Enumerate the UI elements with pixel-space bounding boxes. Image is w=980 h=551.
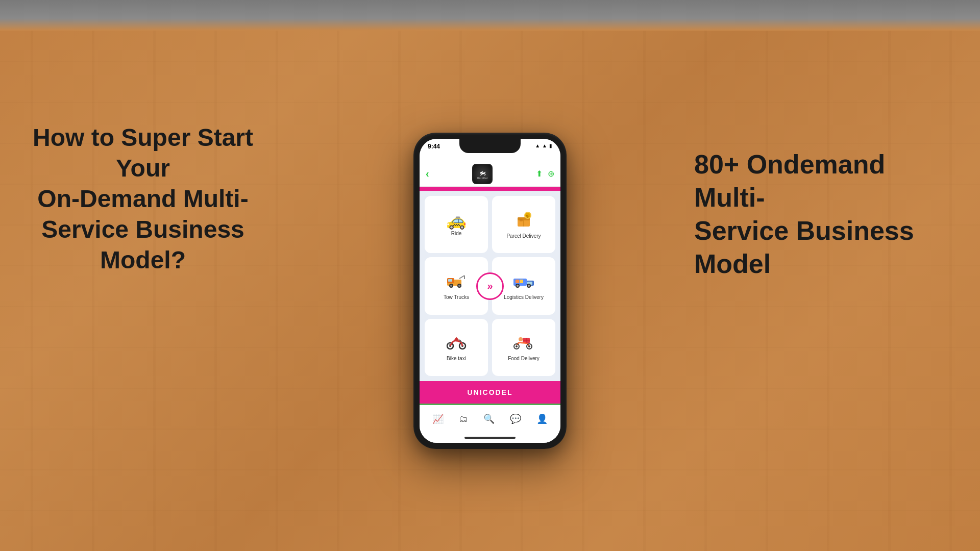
- phone-screen: 9:44 ▲ ▲ ▮ ‹ 🏍 UnioDel ⬆: [420, 139, 560, 443]
- pink-banner: [420, 187, 560, 191]
- back-button[interactable]: ‹: [426, 168, 429, 180]
- svg-text:$: $: [526, 214, 529, 218]
- battery-icon: ▮: [549, 143, 552, 148]
- phone-wrapper: 9:44 ▲ ▲ ▮ ‹ 🏍 UnioDel ⬆: [413, 133, 567, 449]
- svg-rect-20: [520, 280, 523, 283]
- service-item-bike[interactable]: Bike taxi: [425, 319, 488, 376]
- bike-label: Bike taxi: [447, 356, 466, 362]
- nav-item-messages[interactable]: 💬: [510, 413, 521, 424]
- service-item-ride[interactable]: 🚕 Ride: [425, 196, 488, 253]
- nav-item-profile[interactable]: 👤: [536, 413, 548, 424]
- svg-point-15: [458, 285, 460, 287]
- right-text-block: 80+ Ondemand Multi- Service Business Mod…: [694, 148, 939, 281]
- ride-label: Ride: [451, 231, 462, 237]
- service-item-food[interactable]: Food Delivery: [492, 319, 555, 376]
- svg-rect-6: [520, 219, 523, 221]
- logistics-icon: [512, 271, 535, 292]
- service-item-parcel[interactable]: $ Parcel Delivery: [492, 196, 555, 253]
- parcel-label: Parcel Delivery: [506, 233, 541, 239]
- tow-icon: [445, 271, 468, 292]
- svg-line-10: [459, 276, 464, 279]
- arrow-icon: »: [487, 280, 493, 292]
- phone-device: 9:44 ▲ ▲ ▮ ‹ 🏍 UnioDel ⬆: [413, 133, 567, 449]
- nav-item-search[interactable]: 🔍: [483, 413, 495, 424]
- signal-icon: ▲: [535, 143, 540, 148]
- wifi-icon: ▲: [542, 143, 547, 148]
- svg-point-34: [519, 337, 523, 341]
- right-line2: Service Business Model: [694, 216, 914, 279]
- svg-point-38: [516, 345, 518, 347]
- app-header: ‹ 🏍 UnioDel ⬆ ⊕: [420, 161, 560, 187]
- svg-rect-9: [448, 279, 452, 282]
- unicodel-button[interactable]: UNICODEL: [420, 381, 560, 405]
- phone-notch: [459, 139, 521, 153]
- food-label: Food Delivery: [508, 356, 540, 362]
- services-grid: » 🚕 Ride: [420, 191, 560, 381]
- double-arrow-button[interactable]: »: [476, 272, 504, 300]
- left-line3: Service Business Model?: [41, 216, 244, 273]
- profile-icon: 👤: [536, 413, 548, 424]
- header-actions: ⬆ ⊕: [536, 169, 554, 179]
- tow-label: Tow Trucks: [444, 294, 469, 300]
- right-line1: 80+ Ondemand Multi-: [694, 149, 885, 212]
- home-indicator: [420, 433, 560, 443]
- status-icons: ▲ ▲ ▮: [535, 143, 552, 148]
- logo-text: UnioDel: [477, 177, 488, 180]
- nav-item-docs[interactable]: 🗂: [459, 414, 468, 424]
- messages-icon: 💬: [510, 413, 521, 424]
- left-line2: On-Demand Multi-: [37, 185, 248, 212]
- logo-icon: 🏍: [479, 168, 486, 177]
- food-icon: [512, 333, 535, 354]
- ride-icon: 🚕: [446, 212, 467, 229]
- share-button[interactable]: ⬆: [536, 169, 543, 179]
- bottom-nav: 📈 🗂 🔍 💬 👤: [420, 405, 560, 433]
- chart-icon: 📈: [432, 413, 444, 424]
- nav-item-chart[interactable]: 📈: [432, 413, 444, 424]
- top-border: [0, 0, 980, 31]
- svg-point-13: [450, 285, 452, 287]
- svg-point-24: [528, 285, 530, 287]
- svg-point-36: [528, 345, 530, 347]
- home-bar: [464, 437, 516, 439]
- docs-icon: 🗂: [459, 414, 468, 424]
- svg-rect-19: [516, 280, 519, 283]
- app-logo: 🏍 UnioDel: [472, 164, 493, 184]
- status-time: 9:44: [428, 143, 440, 150]
- search-icon: 🔍: [483, 413, 495, 424]
- logistics-label: Logistics Delivery: [504, 294, 544, 300]
- bike-icon: [445, 333, 468, 354]
- svg-point-22: [517, 285, 519, 287]
- left-line1: How to Super Start Your: [33, 124, 253, 182]
- left-text-block: How to Super Start Your On-Demand Multi-…: [20, 122, 265, 276]
- add-button[interactable]: ⊕: [548, 169, 554, 179]
- navigation-arrows[interactable]: »: [476, 272, 504, 300]
- parcel-icon: $: [512, 210, 535, 231]
